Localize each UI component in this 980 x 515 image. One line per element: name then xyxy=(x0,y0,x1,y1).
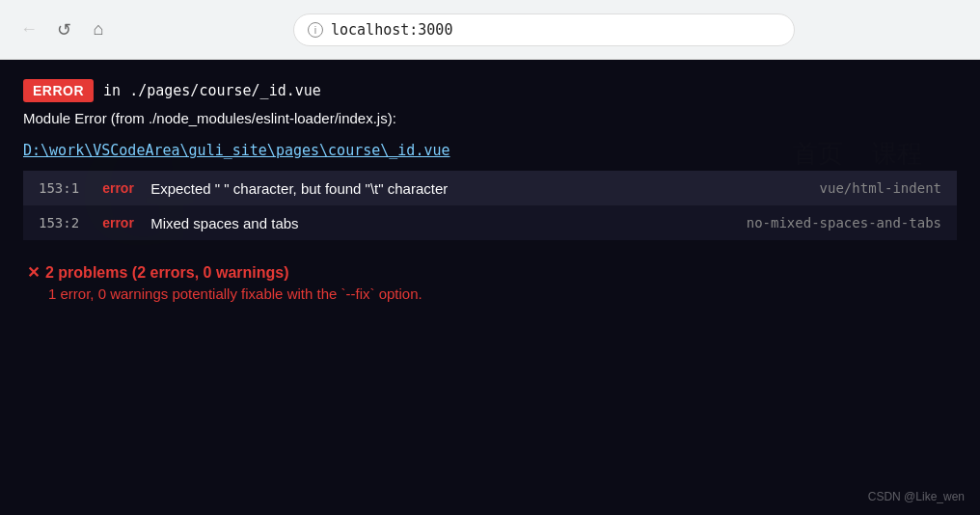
rule-col: vue/html-indent xyxy=(615,171,957,205)
x-icon: ✕ xyxy=(27,263,40,282)
back-button[interactable]: ← xyxy=(15,16,42,43)
table-row: 153:1 error Expected " " character, but … xyxy=(23,171,957,205)
table-row: 153:2 error Mixed spaces and tabs no-mix… xyxy=(23,205,957,240)
summary-problems: 2 problems (2 errors, 0 warnings) xyxy=(45,264,289,282)
error-file-link[interactable]: D:\work\VSCodeArea\guli_site\pages\cours… xyxy=(23,142,957,159)
module-error-text: Module Error (from ./node_modules/eslint… xyxy=(23,110,957,126)
back-icon: ← xyxy=(20,19,38,40)
address-bar[interactable]: i localhost:3000 xyxy=(293,14,795,46)
level-col: error xyxy=(95,171,143,205)
rule-col: no-mixed-spaces-and-tabs xyxy=(615,205,957,240)
error-table: 153:1 error Expected " " character, but … xyxy=(23,171,957,240)
line-col: 153:1 xyxy=(23,171,95,205)
info-icon: i xyxy=(308,22,323,38)
error-location: in ./pages/course/_id.vue xyxy=(103,82,321,99)
summary-line2: 1 error, 0 warnings potentially fixable … xyxy=(27,285,957,302)
level-col: error xyxy=(95,205,143,240)
nav-buttons: ← ↺ ⌂ xyxy=(15,16,112,43)
error-badge: ERROR xyxy=(23,79,94,102)
home-icon: ⌂ xyxy=(94,19,104,40)
home-button[interactable]: ⌂ xyxy=(85,16,112,43)
reload-icon: ↺ xyxy=(57,19,71,41)
message-col: Expected " " character, but found "\t" c… xyxy=(143,171,615,205)
address-text: localhost:3000 xyxy=(331,21,452,39)
error-overlay: ERROR in ./pages/course/_id.vue Module E… xyxy=(0,60,980,515)
summary-line1: ✕ 2 problems (2 errors, 0 warnings) xyxy=(27,263,957,282)
message-col: Mixed spaces and tabs xyxy=(143,205,615,240)
footer-watermark: CSDN @Like_wen xyxy=(868,490,965,503)
error-summary: ✕ 2 problems (2 errors, 0 warnings) 1 er… xyxy=(23,259,957,306)
reload-button[interactable]: ↺ xyxy=(50,16,77,43)
page-content: G 首页 课程 ERROR in ./pages/course/_id.vue … xyxy=(0,60,980,515)
error-header: ERROR in ./pages/course/_id.vue xyxy=(23,79,957,102)
browser-chrome: ← ↺ ⌂ i localhost:3000 xyxy=(0,0,980,60)
line-col: 153:2 xyxy=(23,205,95,240)
